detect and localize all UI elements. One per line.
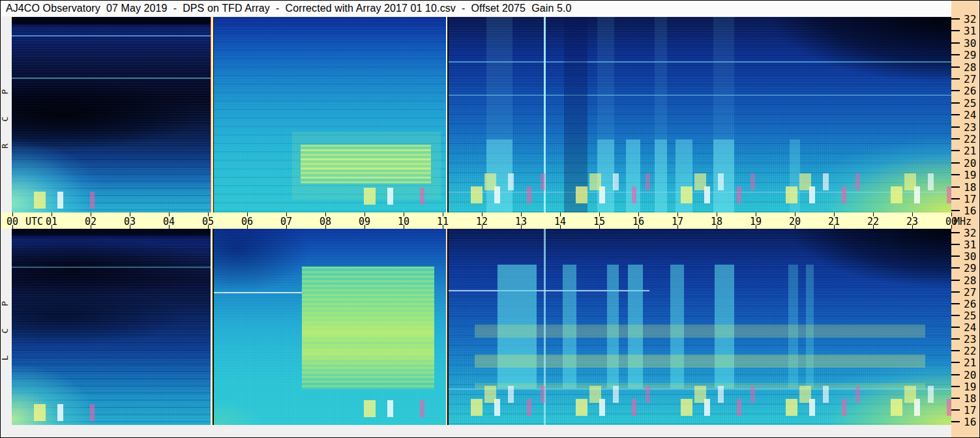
freq-tick-label: 21 (964, 145, 980, 157)
freq-tick (951, 315, 960, 316)
freq-tick-label: 22 (964, 345, 980, 357)
rcp-axis-label: R C P (0, 69, 12, 160)
freq-tick-label: 23 (964, 333, 980, 345)
freq-tick-label: 26 (964, 85, 980, 97)
time-tick-label: 09 (355, 216, 374, 227)
time-tick-label: 01 (42, 216, 61, 227)
freq-tick (951, 374, 960, 375)
freq-tick (951, 232, 960, 233)
freq-tick (951, 66, 960, 68)
freq-tick-label: 18 (964, 181, 980, 194)
rcp-segment-1 (12, 17, 211, 212)
freq-tick-label: 23 (964, 121, 980, 134)
freq-tick-label: 16 (964, 205, 980, 217)
rcp-segment-3 (449, 17, 951, 212)
freq-tick (951, 162, 960, 164)
time-tick-label: 22 (863, 216, 883, 227)
rfi-streaks (462, 173, 951, 190)
freq-tick-label: 32 (964, 13, 980, 25)
freq-tick (951, 303, 960, 304)
freq-tick (951, 386, 960, 387)
freq-tick (951, 126, 960, 128)
freq-tick-label: 17 (964, 404, 980, 416)
freq-tick (951, 398, 960, 399)
freq-tick-label: 27 (964, 286, 980, 299)
freq-tick (951, 54, 960, 55)
freq-tick-label: 31 (964, 239, 980, 251)
freq-tick-label: 19 (964, 381, 980, 393)
freq-tick-label: 20 (964, 157, 980, 169)
freq-tick (951, 327, 960, 328)
spectrogram-rcp (12, 17, 951, 212)
freq-tick (951, 18, 960, 20)
freq-tick-label: 25 (964, 310, 980, 322)
rfi-streaks (462, 386, 951, 403)
freq-tick-label: 22 (964, 133, 980, 145)
freq-tick-label: 21 (964, 357, 980, 369)
freq-tick-label: 16 (964, 416, 980, 428)
page-title: AJ4CO Observatory 07 May 2019 - DPS on T… (6, 3, 571, 14)
freq-tick (951, 174, 960, 175)
time-tick-label: 13 (511, 216, 531, 227)
emission-block (302, 267, 434, 389)
freq-tick-label: 29 (964, 49, 980, 61)
title-bar: AJ4CO Observatory 07 May 2019 - DPS on T… (1, 1, 951, 16)
time-tick-label: 20 (785, 216, 805, 227)
freq-tick-label: 20 (964, 369, 980, 381)
lcp-segment-2 (214, 229, 446, 425)
time-tick-label: 14 (550, 216, 570, 227)
freq-tick (951, 338, 960, 340)
freq-tick (951, 138, 960, 139)
time-tick-label: 00 (3, 216, 22, 227)
time-tick-label: 10 (394, 216, 413, 227)
freq-tick-label: 27 (964, 73, 980, 85)
freq-tick (951, 210, 960, 211)
freq-tick-label: 30 (964, 37, 980, 50)
freq-tick (951, 291, 960, 293)
time-tick-label: 07 (276, 216, 296, 227)
freq-tick (951, 186, 960, 188)
time-tick-label: 04 (159, 216, 179, 227)
time-tick-label: 15 (589, 216, 609, 227)
freq-tick (951, 114, 960, 115)
lcp-segment-1 (12, 229, 211, 425)
freq-tick-label: 18 (964, 392, 980, 405)
time-tick-label: 18 (707, 216, 726, 227)
time-tick-label: 19 (746, 216, 765, 227)
freq-tick (951, 102, 960, 104)
rfi-streaks (12, 404, 135, 421)
time-tick-label: 03 (120, 216, 140, 227)
rfi-streaks (342, 400, 446, 417)
time-axis: 0001020304050607080910111213141516171819… (1, 212, 951, 229)
freq-tick (951, 90, 960, 91)
time-tick-label: 06 (237, 216, 257, 227)
freq-tick (951, 256, 960, 257)
rfi-streaks (12, 192, 135, 209)
lcp-axis-label: L C P (0, 281, 12, 372)
time-tick-label: 05 (198, 216, 218, 227)
time-tick-label: 17 (668, 216, 687, 227)
lcp-segment-3 (449, 229, 951, 425)
time-tick-label: 11 (433, 216, 453, 227)
time-tick-label: 08 (316, 216, 335, 227)
freq-tick-label: 19 (964, 169, 980, 181)
freq-tick (951, 42, 960, 44)
freq-tick (951, 350, 960, 351)
time-tick-label: 12 (472, 216, 492, 227)
horizontal-emission-bands (475, 265, 925, 388)
freq-axis-unit: MHz (954, 216, 972, 227)
rfi-streaks (342, 188, 446, 205)
freq-tick-label: 26 (964, 298, 980, 310)
emission-block (301, 145, 431, 184)
time-tick-label: 21 (824, 216, 844, 227)
freq-tick (951, 150, 960, 151)
freq-tick-label: 32 (964, 227, 980, 239)
freq-tick (951, 362, 960, 363)
freq-tick (951, 198, 960, 199)
freq-tick-label: 30 (964, 250, 980, 263)
freq-tick (951, 30, 960, 31)
time-tick-label: 16 (629, 216, 648, 227)
freq-tick-label: 29 (964, 262, 980, 274)
freq-tick (951, 78, 960, 80)
freq-tick (951, 280, 960, 281)
